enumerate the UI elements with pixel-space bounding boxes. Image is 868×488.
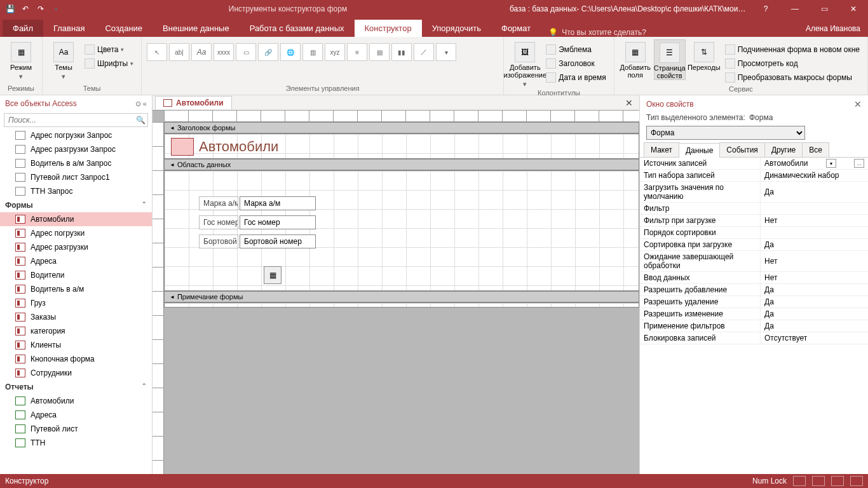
nav-item-form[interactable]: Водитель в а/м — [0, 282, 152, 296]
add-fields-button[interactable]: ▦ Добавить поля — [620, 39, 651, 79]
property-value[interactable]: Да — [761, 182, 868, 202]
control-link[interactable]: 🔗 — [258, 43, 278, 61]
horizontal-ruler[interactable] — [164, 111, 639, 122]
nav-item-query[interactable]: Адрес разгрузки Запрос — [0, 142, 152, 156]
builder-icon[interactable]: … — [854, 159, 864, 168]
dropdown-icon[interactable]: ▾ — [826, 159, 836, 168]
property-row[interactable]: Сортировка при загрузкеДа — [640, 239, 868, 251]
close-button[interactable]: ✕ — [839, 0, 868, 18]
property-value[interactable]: Нет — [761, 251, 868, 271]
property-row[interactable]: Ожидание завершающей обработкиНет — [640, 251, 868, 272]
property-value[interactable]: Нет — [761, 272, 868, 283]
property-row[interactable]: Разрешить добавлениеДа — [640, 284, 868, 296]
convert-macros-button[interactable]: Преобразовать макросы формы — [722, 71, 862, 84]
control-textbox[interactable]: ab| — [169, 43, 189, 61]
viewcode-button[interactable]: Просмотреть код — [722, 57, 862, 70]
vertical-ruler[interactable] — [153, 122, 164, 474]
view-form-icon[interactable] — [793, 476, 806, 486]
form-logo[interactable] — [171, 138, 194, 156]
control-nav[interactable]: ▥ — [302, 43, 323, 61]
search-icon[interactable]: 🔍 — [133, 114, 147, 126]
tab-home[interactable]: Главная — [43, 20, 95, 37]
insert-image-button[interactable]: 🖼 Добавить изображение▾ — [509, 39, 541, 88]
nav-item-form[interactable]: Сотрудники — [0, 366, 152, 380]
form-field[interactable]: БортовойБортовой номер — [199, 234, 316, 248]
field-label[interactable]: Бортовой — [199, 234, 238, 248]
save-icon[interactable]: 💾 — [4, 3, 17, 15]
doc-tab-active[interactable]: Автомобили — [155, 96, 232, 109]
field-control[interactable]: Бортовой номер — [240, 234, 316, 248]
section-header[interactable]: Автомобили — [164, 133, 639, 159]
property-row[interactable]: Применение фильтровДа — [640, 320, 868, 332]
tab-dbtools[interactable]: Работа с базами данных — [240, 20, 355, 37]
control-chart[interactable]: ▮▮ — [391, 43, 412, 61]
search-input[interactable] — [4, 114, 133, 126]
section-bar-detail[interactable]: Область данных — [164, 159, 639, 170]
field-control[interactable]: Гос номер — [240, 215, 316, 229]
property-value[interactable]: Да — [761, 284, 868, 295]
nav-item-report[interactable]: Путевой лист — [0, 422, 152, 436]
nav-item-report[interactable]: Адреса — [0, 408, 152, 422]
nav-group-forms[interactable]: Формы⌃ — [0, 198, 152, 212]
fonts-button[interactable]: Шрифты▾ — [82, 57, 136, 70]
user-label[interactable]: Алена Иванова — [798, 20, 868, 37]
undo-icon[interactable]: ↶ — [19, 3, 32, 15]
control-label[interactable]: Aa — [191, 43, 212, 61]
control-line[interactable]: ／ — [414, 43, 434, 61]
nav-item-form[interactable]: Заказы — [0, 310, 152, 324]
control-group[interactable]: xyz — [325, 43, 345, 61]
control-web[interactable]: 🌐 — [280, 43, 301, 61]
datetime-button[interactable]: Дата и время — [543, 71, 608, 84]
property-sheet-button[interactable]: ☰ Страница свойств — [654, 39, 686, 80]
proptab-data[interactable]: Данные — [679, 143, 720, 158]
nav-item-form[interactable]: Водители — [0, 268, 152, 282]
property-row[interactable]: Источник записейАвтомобили▾… — [640, 158, 868, 170]
property-row[interactable]: Ввод данныхНет — [640, 272, 868, 284]
subform-button[interactable]: Подчиненная форма в новом окне — [722, 43, 862, 56]
property-value[interactable] — [761, 227, 868, 238]
nav-item-form[interactable]: Груз — [0, 296, 152, 310]
property-value[interactable]: Да — [761, 239, 868, 250]
section-footer[interactable] — [164, 302, 639, 308]
control-tab[interactable]: ▭ — [236, 43, 256, 61]
help-icon[interactable]: ? — [751, 0, 780, 18]
property-row[interactable]: Блокировка записейОтсутствует — [640, 332, 868, 344]
nav-item-form[interactable]: Адрес разгрузки — [0, 240, 152, 254]
view-datasheet-icon[interactable] — [812, 476, 825, 486]
property-row[interactable]: Фильтр при загрузкеНет — [640, 215, 868, 227]
property-value[interactable]: Автомобили▾… — [761, 158, 868, 169]
property-value[interactable]: Динамический набор — [761, 170, 868, 181]
proptab-other[interactable]: Другие — [764, 142, 803, 157]
tab-order-button[interactable]: ⇅ Переходы — [688, 39, 720, 71]
view-design-icon[interactable] — [850, 476, 863, 486]
nav-title[interactable]: Все объекты Access — [5, 99, 77, 108]
nav-item-query[interactable]: Адрес погрузки Запрос — [0, 128, 152, 142]
nav-item-form[interactable]: Автомобили — [0, 212, 152, 226]
nav-item-query[interactable]: ТТН Запрос — [0, 184, 152, 198]
property-row[interactable]: Порядок сортировки — [640, 227, 868, 239]
propsheet-close-icon[interactable]: ✕ — [854, 99, 862, 109]
control-pointer[interactable]: ↖ — [147, 43, 167, 61]
property-row[interactable]: Тип набора записейДинамический набор — [640, 170, 868, 182]
field-control[interactable]: Марка а/м — [240, 196, 316, 210]
form-title-label[interactable]: Автомобили — [199, 139, 278, 155]
form-field[interactable]: Марка а/мМарка а/м — [199, 196, 316, 210]
nav-search[interactable]: 🔍 — [4, 113, 148, 127]
control-more[interactable]: ▾ — [436, 43, 456, 61]
view-layout-icon[interactable] — [831, 476, 844, 486]
property-value[interactable]: Нет — [761, 215, 868, 226]
tab-external[interactable]: Внешние данные — [153, 20, 240, 37]
nav-item-query[interactable]: Путевой лист Запрос1 — [0, 170, 152, 184]
section-bar-header[interactable]: Заголовок формы — [164, 122, 639, 133]
tab-file[interactable]: Файл — [3, 20, 43, 37]
tab-create[interactable]: Создание — [95, 20, 153, 37]
maximize-button[interactable]: ▭ — [810, 0, 839, 18]
control-combo[interactable]: ▤ — [369, 43, 390, 61]
design-canvas[interactable]: Заголовок формы Автомобили Область данны… — [164, 122, 639, 474]
proptab-events[interactable]: События — [719, 142, 765, 157]
redo-icon[interactable]: ↷ — [34, 3, 47, 15]
qat-more-icon[interactable]: ▾ — [50, 3, 62, 15]
property-value[interactable]: Да — [761, 296, 868, 308]
subform-placeholder[interactable]: ▦ — [264, 266, 281, 284]
section-detail[interactable]: ▦ Марка а/мМарка а/мГос номерГос номерБо… — [164, 170, 639, 291]
